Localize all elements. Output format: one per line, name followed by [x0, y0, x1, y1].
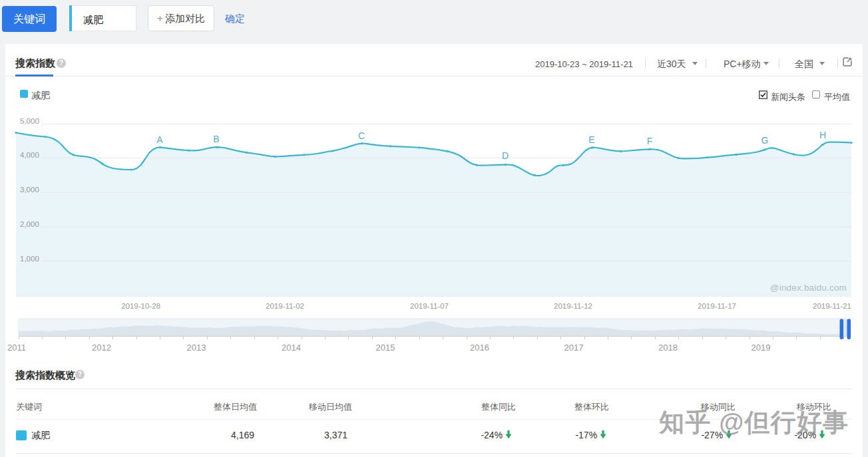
svg-text:E: E: [588, 134, 594, 145]
svg-text:2019-11-12: 2019-11-12: [554, 302, 592, 310]
svg-text:2019-11-02: 2019-11-02: [266, 302, 304, 310]
svg-text:2019-11-17: 2019-11-17: [698, 302, 736, 310]
svg-text:2014: 2014: [282, 343, 301, 353]
svg-text:C: C: [358, 130, 365, 141]
svg-text:G: G: [761, 135, 769, 146]
svg-text:2012: 2012: [92, 343, 111, 353]
svg-text:D: D: [502, 150, 509, 161]
svg-text:2015: 2015: [376, 343, 395, 353]
svg-text:A: A: [156, 134, 163, 145]
svg-text:4,000: 4,000: [20, 151, 39, 159]
svg-text:2018: 2018: [658, 343, 678, 353]
svg-text:1,000: 1,000: [20, 255, 39, 263]
svg-text:F: F: [647, 136, 653, 146]
svg-text:2019: 2019: [752, 343, 771, 353]
svg-text:B: B: [213, 134, 219, 144]
svg-text:H: H: [819, 130, 826, 140]
svg-text:2019-10-28: 2019-10-28: [121, 302, 160, 310]
svg-text:2,000: 2,000: [20, 220, 39, 228]
svg-text:2019-11-07: 2019-11-07: [410, 302, 449, 310]
svg-text:5,000: 5,000: [20, 117, 39, 125]
svg-text:3,000: 3,000: [20, 186, 39, 194]
svg-text:2019-11-21: 2019-11-21: [813, 302, 851, 310]
svg-text:2011: 2011: [7, 343, 26, 353]
svg-text:2017: 2017: [564, 343, 584, 353]
svg-text:2013: 2013: [187, 343, 206, 353]
svg-text:2016: 2016: [470, 343, 489, 353]
